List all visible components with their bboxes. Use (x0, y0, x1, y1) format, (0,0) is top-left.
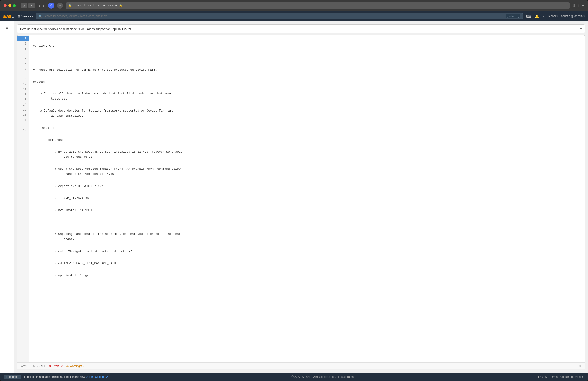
warning-icon: ⚠ (66, 364, 69, 368)
line-num-18: 18 (17, 123, 29, 128)
region-dropdown[interactable]: Global ▾ (548, 15, 558, 18)
help-icon[interactable]: ? (543, 14, 545, 18)
errors-label: Errors: 0 (52, 364, 63, 368)
testspec-dropdown-text: Default TestSpec for Android Appium Node… (20, 27, 578, 31)
line-num-4: 4 (17, 51, 29, 57)
code-line-10: # using the Node version manager (nvm). … (29, 166, 585, 177)
line-num-1: 1 (17, 36, 29, 41)
copyright-text: © 2022, Amazon Web Services, Inc. or its… (111, 375, 534, 379)
minimize-button[interactable] (8, 4, 11, 7)
search-icon: 🔍 (39, 15, 42, 18)
code-line-3: # Phases are collection of commands that… (29, 67, 585, 72)
content-area: Default TestSpec for Android Appium Node… (14, 21, 588, 373)
extension-btn[interactable]: ∞ (57, 2, 63, 9)
user-dropdown[interactable]: agustin @ apptim ▾ (561, 15, 585, 18)
aws-logo: aws ▲ (3, 14, 14, 19)
external-link-icon: ↗ (106, 376, 108, 378)
sidebar-toggle-button[interactable]: ⊞ (21, 3, 27, 8)
cookie-link[interactable]: Cookie preferences (560, 375, 584, 379)
code-line-9: # By default the Node.js version install… (29, 149, 585, 159)
warnings-label: Warnings: 0 (70, 364, 84, 368)
share-button[interactable]: ⬆ (577, 3, 580, 8)
footer-info-text: Looking for language selection? Find it … (24, 375, 108, 379)
code-line-7: install: (29, 125, 585, 131)
code-line-11: - export NVM_DIR=$HOME/.nvm (29, 183, 585, 189)
code-line-2 (29, 55, 585, 60)
sidebar-menu-button[interactable]: ≡ (0, 24, 14, 31)
main-container: ≡ Default TestSpec for Android Appium No… (0, 21, 588, 373)
warnings-indicator: ⚠ Warnings: 0 (66, 364, 84, 368)
aws-search-bar[interactable]: 🔍 [Option+S] (36, 13, 523, 19)
maximize-button[interactable] (13, 4, 16, 7)
code-line-4: phases: (29, 79, 585, 84)
nav-buttons: ‹ › (38, 3, 45, 8)
user-label: agustin @ apptim (561, 15, 583, 18)
code-lines[interactable]: version: 0.1 # Phases are collection of … (29, 35, 585, 362)
line-num-10: 10 (17, 82, 29, 87)
lock-icon: 🔒 (68, 4, 72, 7)
footer-links: Privacy Terms Cookie preferences (538, 375, 584, 379)
download-button[interactable]: ⬇ (572, 3, 576, 8)
url-text: us-west-2.console.aws.amazon.com (73, 4, 117, 7)
title-bar: ⊞ ▾ ‹ › ① ∞ 🔒 us-west-2.console.aws.amaz… (0, 0, 588, 11)
cloudshell-icon[interactable]: ⌨ (526, 14, 531, 19)
settings-gear-icon[interactable]: ⚙ (578, 364, 581, 368)
line-num-16: 16 (17, 112, 29, 117)
tab-dropdown-button[interactable]: ▾ (28, 3, 35, 8)
line-num-7: 7 (17, 67, 29, 72)
line-num-12: 12 (17, 92, 29, 97)
privacy-link[interactable]: Privacy (538, 375, 547, 379)
code-line-14 (29, 220, 585, 225)
region-dropdown-arrow: ▾ (556, 15, 558, 18)
code-line-8: commands: (29, 137, 585, 142)
notifications-icon[interactable]: 🔔 (535, 14, 539, 19)
new-tab-button[interactable]: + (582, 3, 584, 8)
code-line-13: - nvm install 14.19.1 (29, 208, 585, 213)
language-indicator: YAML (21, 364, 28, 368)
language-label: YAML (21, 364, 28, 368)
code-line-16: - echo "Navigate to test package directo… (29, 249, 585, 254)
line-num-13: 13 (17, 97, 29, 102)
line-num-17: 17 (17, 117, 29, 123)
line-numbers: 1 2 3 4 5 6 7 8 9 10 11 12 13 14 15 16 1 (17, 35, 29, 362)
dropdown-arrow-icon: ▾ (580, 27, 582, 31)
feedback-button[interactable]: Feedback (4, 375, 21, 379)
code-line-18: - npm install *.tgz (29, 273, 585, 278)
code-line-19 (29, 285, 585, 290)
cursor-label: Ln 1, Col 1 (32, 364, 45, 368)
footer-info-label: Looking for language selection? Find it … (24, 375, 85, 379)
aws-nav-bar: aws ▲ ⊞ Services 🔍 [Option+S] ⌨ 🔔 ? Glob… (0, 11, 588, 21)
1password-extension[interactable]: ① (48, 2, 54, 9)
terms-link[interactable]: Terms (550, 375, 558, 379)
line-num-5: 5 (17, 57, 29, 62)
unified-settings-link[interactable]: Unified Settings ↗ (86, 375, 108, 379)
traffic-lights (4, 4, 16, 7)
cursor-position: Ln 1, Col 1 (32, 364, 45, 368)
testspec-dropdown[interactable]: Default TestSpec for Android Appium Node… (17, 24, 585, 33)
error-icon: ⊗ (49, 364, 51, 368)
back-button[interactable]: ‹ (38, 3, 41, 8)
tab-controls: ⊞ ▾ (21, 3, 35, 8)
user-dropdown-arrow: ▾ (583, 15, 585, 18)
close-button[interactable] (4, 4, 7, 7)
code-line-12: - . $NVM_DIR/nvm.sh (29, 196, 585, 201)
nav-icons: ⌨ 🔔 ? Global ▾ agustin @ apptim ▾ (526, 14, 585, 19)
line-num-6: 6 (17, 62, 29, 67)
toolbar-right: ⬇ ⬆ + (572, 3, 584, 8)
line-num-3: 3 (17, 46, 29, 51)
errors-indicator: ⊗ Errors: 0 (49, 364, 63, 368)
code-line-15: # Unpackage and install the node modules… (29, 232, 585, 242)
forward-button[interactable]: › (42, 3, 45, 8)
search-input[interactable] (43, 15, 504, 18)
secure-icon: 🔒 (119, 4, 122, 7)
code-content[interactable]: 1 2 3 4 5 6 7 8 9 10 11 12 13 14 15 16 1 (17, 35, 585, 362)
footer: Feedback Looking for language selection?… (0, 373, 588, 381)
grid-icon: ⊞ (18, 15, 21, 18)
code-line-5: # The install phase includes commands th… (29, 91, 585, 101)
editor-status-bar: YAML Ln 1, Col 1 ⊗ Errors: 0 ⚠ Warnings:… (17, 362, 585, 369)
sidebar: ≡ (0, 21, 14, 373)
code-editor: 1 2 3 4 5 6 7 8 9 10 11 12 13 14 15 16 1 (17, 35, 585, 369)
line-num-15: 15 (17, 107, 29, 112)
services-button[interactable]: ⊞ Services (18, 15, 33, 18)
url-bar[interactable]: 🔒 us-west-2.console.aws.amazon.com 🔒 (66, 2, 570, 9)
